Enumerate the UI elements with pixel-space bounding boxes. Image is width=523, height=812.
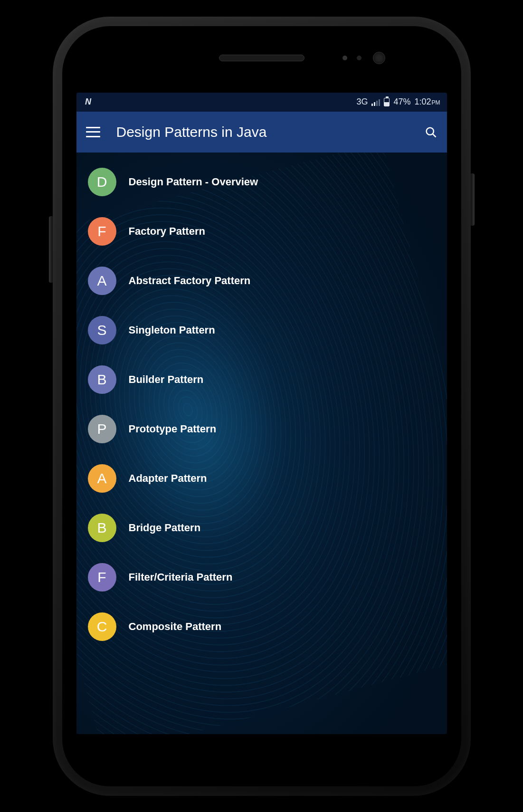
battery-percent: 47% [393, 97, 410, 107]
status-right: 3G 47% 1:02PM [356, 97, 440, 107]
front-camera [373, 52, 385, 64]
avatar: P [88, 415, 116, 443]
list-item-label: Factory Pattern [129, 225, 205, 238]
phone-frame: N 3G 47% 1:02PM [53, 17, 471, 796]
menu-icon[interactable] [86, 127, 100, 137]
network-label: 3G [356, 97, 368, 107]
list-item[interactable]: AAdapter Pattern [76, 454, 447, 503]
list-item[interactable]: AAbstract Factory Pattern [76, 256, 447, 306]
app-bar: Design Patterns in Java [76, 112, 447, 153]
list-item[interactable]: DDesign Pattern - Overview [76, 157, 447, 207]
avatar: B [88, 514, 116, 542]
svg-point-0 [426, 127, 433, 134]
list-item[interactable]: SSingleton Pattern [76, 306, 447, 355]
list-item[interactable]: BBridge Pattern [76, 503, 447, 553]
list-item-label: Singleton Pattern [129, 324, 215, 336]
phone-bezel: N 3G 47% 1:02PM [62, 26, 461, 786]
list-item-label: Filter/Criteria Pattern [129, 571, 233, 583]
status-bar: N 3G 47% 1:02PM [76, 93, 447, 112]
svg-line-1 [433, 134, 436, 137]
list-item[interactable]: PPrototype Pattern [76, 404, 447, 454]
list-item-label: Builder Pattern [129, 373, 204, 386]
avatar: D [88, 168, 116, 196]
list-item[interactable]: BBuilder Pattern [76, 355, 447, 404]
list-item[interactable]: FFactory Pattern [76, 207, 447, 256]
list-item-label: Abstract Factory Pattern [129, 275, 251, 287]
avatar: F [88, 563, 116, 592]
signal-icon [371, 98, 380, 106]
avatar: S [88, 316, 116, 344]
power-button [471, 173, 475, 226]
clock: 1:02PM [414, 97, 440, 107]
list-item[interactable]: CComposite Pattern [76, 602, 447, 651]
avatar: B [88, 365, 116, 394]
avatar: C [88, 612, 116, 641]
volume-button [49, 216, 53, 283]
list-item-label: Prototype Pattern [129, 423, 217, 435]
battery-icon [384, 98, 390, 106]
search-icon[interactable] [424, 125, 437, 139]
proximity-sensor [342, 56, 347, 60]
pattern-list[interactable]: DDesign Pattern - OverviewFFactory Patte… [76, 153, 447, 656]
list-item-label: Design Pattern - Overview [129, 176, 258, 188]
avatar: A [88, 267, 116, 295]
avatar: A [88, 464, 116, 493]
list-item-label: Adapter Pattern [129, 472, 207, 485]
android-n-icon: N [83, 97, 94, 107]
light-sensor [357, 56, 361, 60]
app-title: Design Patterns in Java [116, 124, 408, 140]
list-item-label: Bridge Pattern [129, 522, 201, 534]
status-left: N [83, 97, 94, 107]
list-item-label: Composite Pattern [129, 621, 222, 633]
list-item[interactable]: FFilter/Criteria Pattern [76, 553, 447, 602]
speaker-grille [219, 55, 304, 61]
avatar: F [88, 217, 116, 246]
screen: N 3G 47% 1:02PM [76, 93, 447, 734]
